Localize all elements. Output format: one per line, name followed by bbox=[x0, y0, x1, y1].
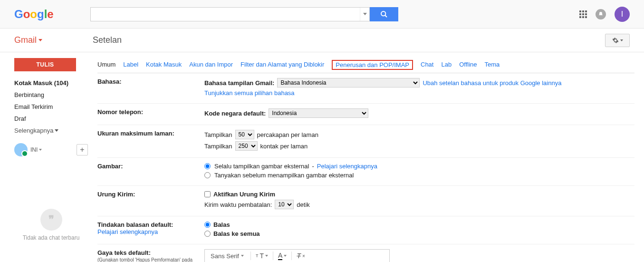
label-reply: Tindakan balasan default: Pelajari selen… bbox=[97, 221, 204, 235]
chat-name-dropdown[interactable]: INI bbox=[30, 146, 42, 153]
images-ask-radio[interactable] bbox=[204, 172, 211, 178]
show-all-languages-link[interactable]: Tunjukkan semua pilihan bahasa bbox=[204, 89, 295, 97]
font-size-dropdown[interactable]: TT bbox=[256, 252, 268, 260]
font-family-dropdown[interactable]: Sans Serif bbox=[209, 252, 246, 260]
settings-tabs: Umum Label Kotak Masuk Akun dan Impor Fi… bbox=[97, 57, 634, 73]
conversations-per-page-select[interactable]: 50 bbox=[235, 130, 254, 139]
tab-forwarding-pop-imap[interactable]: Penerusan dan POP/IMAP bbox=[332, 60, 413, 70]
chevron-down-icon bbox=[620, 39, 623, 41]
tab-accounts[interactable]: Akun dan Impor bbox=[189, 60, 233, 70]
reply-radio[interactable] bbox=[204, 222, 211, 228]
tab-labels[interactable]: Label bbox=[123, 60, 138, 70]
display-language-label: Bahasa tampilan Gmail: bbox=[204, 79, 274, 87]
settings-gear-button[interactable] bbox=[605, 34, 630, 47]
tab-filters[interactable]: Filter dan Alamat yang Diblokir bbox=[240, 60, 324, 70]
hangouts-empty: ❞ Tidak ada chat terbaru bbox=[14, 209, 88, 241]
row-language: Bahasa: Bahasa tampilan Gmail: Bahasa In… bbox=[97, 73, 634, 104]
search-options-dropdown[interactable] bbox=[360, 8, 369, 21]
reply-learn-more-link[interactable]: Pelajari selengkapnya bbox=[97, 228, 158, 235]
label-pagesize: Ukuran maksimum laman: bbox=[97, 130, 204, 137]
images-learn-more-link[interactable]: Pelajari selengkapnya bbox=[317, 163, 377, 170]
search-input[interactable] bbox=[90, 7, 370, 21]
top-bar: Google I bbox=[0, 0, 644, 29]
search-button[interactable] bbox=[370, 7, 398, 21]
clear-formatting-icon: T bbox=[297, 252, 301, 260]
notifications-icon[interactable] bbox=[596, 9, 606, 19]
sidebar-item-sent[interactable]: Email Terkirim bbox=[14, 101, 88, 113]
sidebar-item-inbox[interactable]: Kotak Masuk (104) bbox=[14, 77, 88, 89]
clear-formatting-button[interactable]: T× bbox=[297, 252, 305, 260]
content: Umum Label Kotak Masuk Akun dan Impor Fi… bbox=[93, 52, 644, 262]
font-color-dropdown[interactable]: A bbox=[278, 252, 287, 260]
gear-icon bbox=[612, 37, 619, 44]
svg-point-0 bbox=[381, 11, 385, 16]
row-images: Gambar: Selalu tampilkan gambar eksterna… bbox=[97, 158, 634, 186]
svg-line-1 bbox=[385, 15, 387, 17]
search-icon bbox=[380, 10, 388, 18]
label-phone: Nomor telepon: bbox=[97, 108, 204, 116]
row-undo: Urung Kirim: Aktifkan Urung Kirim Kirim … bbox=[97, 186, 634, 216]
contacts-per-page-select[interactable]: 250 bbox=[235, 141, 258, 151]
row-pagesize: Ukuran maksimum laman: Tampilkan 50 perc… bbox=[97, 125, 634, 158]
sidebar-item-starred[interactable]: Berbintang bbox=[14, 89, 88, 101]
compose-button[interactable]: TULIS bbox=[14, 58, 76, 71]
sub-header: Gmail Setelan bbox=[0, 29, 644, 52]
row-reply: Tindakan balasan default: Pelajari selen… bbox=[97, 216, 634, 244]
sidebar-item-drafts[interactable]: Draf bbox=[14, 113, 88, 125]
language-select[interactable]: Bahasa Indonesia bbox=[277, 78, 420, 87]
tab-labs[interactable]: Lab bbox=[441, 60, 452, 70]
undo-send-checkbox[interactable] bbox=[204, 191, 211, 197]
country-code-select[interactable]: Indonesia bbox=[269, 108, 368, 118]
text-toolbar: Sans Serif TT A T× bbox=[204, 249, 390, 262]
label-language: Bahasa: bbox=[97, 78, 204, 85]
gmail-menu[interactable]: Gmail bbox=[14, 35, 93, 45]
country-code-label: Kode negara default: bbox=[204, 110, 266, 117]
new-chat-button[interactable]: + bbox=[77, 144, 88, 155]
images-always-radio[interactable] bbox=[204, 163, 211, 169]
chat-profile: INI + bbox=[14, 143, 88, 156]
page-title: Setelan bbox=[93, 35, 122, 45]
tab-themes[interactable]: Tema bbox=[485, 60, 500, 70]
tab-inbox[interactable]: Kotak Masuk bbox=[146, 60, 182, 70]
label-undo: Urung Kirim: bbox=[97, 191, 204, 198]
tab-chat[interactable]: Chat bbox=[421, 60, 433, 70]
label-textstyle: Gaya teks default: (Gunakan tombol 'Hapu… bbox=[97, 249, 204, 262]
label-images: Gambar: bbox=[97, 163, 204, 170]
account-avatar[interactable]: I bbox=[615, 7, 630, 22]
tab-general[interactable]: Umum bbox=[97, 60, 115, 70]
search-wrap bbox=[90, 7, 398, 21]
sidebar: TULIS Kotak Masuk (104) Berbintang Email… bbox=[0, 52, 93, 262]
row-textstyle: Gaya teks default: (Gunakan tombol 'Hapu… bbox=[97, 244, 634, 262]
google-logo[interactable]: Google bbox=[14, 8, 90, 21]
reply-all-radio[interactable] bbox=[204, 231, 211, 237]
apps-icon[interactable] bbox=[579, 10, 587, 18]
language-product-link[interactable]: Ubah setelan bahasa untuk produk Google … bbox=[423, 79, 561, 87]
row-phone: Nomor telepon: Kode negara default: Indo… bbox=[97, 104, 634, 125]
hangouts-icon: ❞ bbox=[40, 209, 62, 231]
sidebar-item-more[interactable]: Selengkapnya bbox=[14, 125, 88, 136]
tab-offline[interactable]: Offline bbox=[459, 60, 477, 70]
undo-send-period-select[interactable]: 10 bbox=[275, 200, 294, 209]
topbar-right: I bbox=[579, 7, 630, 22]
chat-avatar[interactable] bbox=[14, 143, 28, 156]
